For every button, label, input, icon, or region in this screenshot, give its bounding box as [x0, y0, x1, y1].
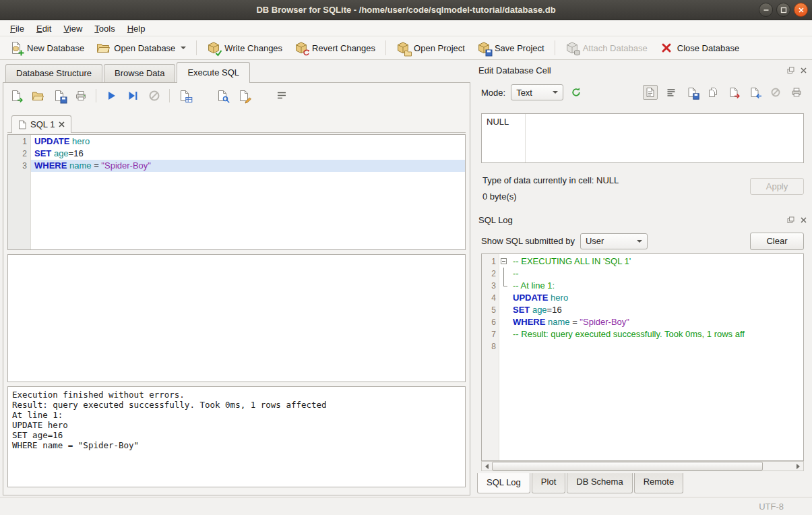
mode-value: Text — [516, 88, 532, 98]
import-cell-button[interactable] — [726, 85, 741, 100]
save-project-icon — [477, 41, 491, 55]
cell-toolbar — [643, 85, 804, 100]
token: age — [530, 305, 546, 315]
tab-browse-data[interactable]: Browse Data — [104, 64, 175, 82]
log-line — [509, 340, 803, 353]
log-horizontal-scrollbar[interactable] — [481, 461, 804, 471]
open-database-button[interactable]: Open Database — [91, 38, 191, 57]
print-cell-button[interactable] — [789, 85, 804, 100]
sql-log-view[interactable]: 1 2 3 4 5 6 7 8 -- EXECUTING ALL IN 'SQL… — [481, 253, 804, 461]
sql-toolbar-separator — [96, 89, 96, 102]
token: UPDATE — [513, 293, 548, 303]
dock-tab-sql-log-label: SQL Log — [487, 477, 521, 487]
edit-cell-title: Edit Database Cell — [478, 65, 551, 75]
attach-database-icon — [565, 41, 579, 55]
export-results-button[interactable] — [176, 88, 193, 104]
sql1-tab-close-icon[interactable] — [59, 121, 65, 127]
execution-status-log: Execution finished without errors. Resul… — [7, 386, 466, 487]
open-sql-file-button[interactable] — [29, 88, 46, 104]
export-csv-icon — [179, 90, 191, 102]
log-code: -- EXECUTING ALL IN 'SQL 1' -- -- At lin… — [509, 254, 803, 460]
dock-tab-remote[interactable]: Remote — [634, 473, 684, 493]
dock-tab-db-schema[interactable]: DB Schema — [567, 473, 632, 493]
apply-button-label: Apply — [766, 181, 788, 191]
copy-cell-button[interactable] — [706, 85, 720, 100]
new-sql-tab-button[interactable] — [7, 88, 25, 104]
mode-select[interactable]: Text — [511, 84, 563, 100]
print-sql-button[interactable] — [72, 88, 90, 104]
token: =16 — [69, 148, 84, 158]
minimize-icon[interactable] — [759, 3, 773, 17]
text-mode-button[interactable] — [643, 85, 658, 100]
tab-execute-sql[interactable]: Execute SQL — [177, 62, 250, 83]
panel-buttons — [786, 66, 808, 75]
word-wrap-cell-button[interactable] — [664, 85, 679, 100]
tab-database-structure[interactable]: Database Structure — [5, 64, 102, 82]
close-panel-icon[interactable] — [799, 66, 808, 75]
export-cell-button[interactable] — [747, 85, 762, 100]
submitted-by-select[interactable]: User — [580, 233, 648, 249]
fold-marker[interactable] — [499, 255, 509, 268]
dock-tab-plot[interactable]: Plot — [532, 473, 565, 493]
scroll-right-icon[interactable] — [793, 462, 803, 471]
token: -- — [513, 268, 519, 278]
cell-value-editor[interactable]: NULL — [481, 113, 804, 163]
find-icon — [216, 90, 228, 102]
sql-editor[interactable]: 1 2 3 UPDATE hero SET age=16 WHERE name … — [7, 134, 466, 250]
close-window-icon[interactable] — [794, 3, 808, 17]
dock-tab-sql-log[interactable]: SQL Log — [477, 473, 530, 493]
code-line-current: WHERE name = "Spider-Boy" — [31, 160, 465, 172]
chevron-down-icon — [553, 91, 558, 94]
open-project-button[interactable]: Open Project — [391, 38, 470, 57]
sql1-tab[interactable]: SQL 1 — [11, 115, 71, 133]
scrollbar-thumb[interactable] — [492, 462, 763, 471]
revert-changes-button[interactable]: Revert Changes — [289, 38, 381, 57]
find-button[interactable] — [214, 88, 231, 104]
save-project-label: Save Project — [495, 43, 544, 53]
write-changes-button[interactable]: Write Changes — [201, 38, 288, 57]
line-number: 4 — [482, 292, 496, 304]
editor-gutter: 1 2 3 — [8, 135, 31, 249]
open-database-dropdown-icon[interactable] — [181, 47, 186, 49]
menubar: File Edit View Tools Help — [0, 21, 812, 36]
dock-tab-bar: SQL Log Plot DB Schema Remote — [477, 473, 685, 493]
line-number: 3 — [482, 280, 496, 292]
menu-edit[interactable]: Edit — [30, 22, 57, 36]
execute-line-icon — [127, 90, 139, 102]
filter-label: Show SQL submitted by — [481, 236, 575, 246]
menu-tools[interactable]: Tools — [88, 22, 121, 36]
edit-cell-header: Edit Database Cell — [478, 63, 808, 77]
chevron-down-icon — [637, 240, 642, 243]
execute-line-button[interactable] — [124, 88, 142, 104]
float-panel-icon[interactable] — [786, 66, 795, 75]
token: SET — [34, 148, 51, 158]
main-toolbar: New Database Open Database Write Changes… — [0, 36, 812, 60]
sql-log-filter-row: Show SQL submitted by User Clear — [481, 232, 804, 250]
scroll-left-icon[interactable] — [482, 462, 492, 471]
refresh-icon — [571, 87, 582, 98]
token: name — [67, 160, 91, 171]
clear-log-button[interactable]: Clear — [750, 233, 804, 250]
maximize-icon[interactable] — [776, 3, 790, 17]
encoding-indicator[interactable]: UTF-8 — [759, 502, 784, 512]
menu-view[interactable]: View — [57, 22, 88, 36]
save-project-button[interactable]: Save Project — [472, 38, 550, 57]
new-database-button[interactable]: New Database — [4, 38, 90, 57]
menu-help[interactable]: Help — [121, 22, 152, 36]
log-line: WHERE name = "Spider-Boy" — [509, 316, 803, 328]
word-wrap-button[interactable] — [273, 88, 290, 104]
cell-size-info: 0 byte(s) — [482, 191, 517, 202]
replace-button[interactable] — [235, 88, 253, 104]
apply-format-button[interactable] — [569, 85, 584, 100]
token: WHERE — [34, 160, 67, 171]
menu-file[interactable]: File — [4, 22, 30, 36]
execute-sql-panel: SQL 1 1 2 3 UPDATE hero SET age=16 WHERE… — [3, 82, 470, 495]
close-panel-icon[interactable] — [799, 216, 808, 224]
token: WHERE — [513, 317, 545, 327]
execute-all-button[interactable] — [102, 88, 120, 104]
save-sql-file-button[interactable] — [51, 88, 68, 104]
float-panel-icon[interactable] — [786, 216, 795, 224]
close-database-button[interactable]: Close Database — [654, 38, 745, 57]
scrollbar-track[interactable] — [492, 462, 793, 471]
save-cell-button[interactable] — [685, 85, 699, 100]
